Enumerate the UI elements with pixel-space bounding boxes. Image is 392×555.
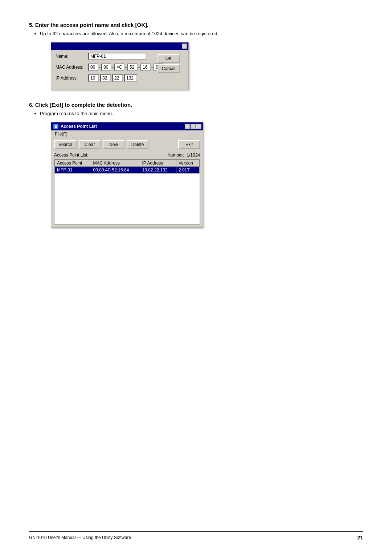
cell-version: 2.01T bbox=[176, 167, 199, 174]
mac-octet-5[interactable] bbox=[140, 64, 151, 71]
cancel-button[interactable]: Cancel bbox=[158, 64, 180, 73]
ap-window-title: Access Point List bbox=[61, 124, 97, 129]
ap-close-btn[interactable]: × bbox=[196, 124, 201, 129]
page-footer: GN-1010 User's Manual — Using the Utilit… bbox=[29, 531, 363, 540]
ap-menubar: File(F) bbox=[51, 130, 203, 138]
mac-octet-1[interactable] bbox=[88, 64, 98, 71]
ap-number-info: Number: 1/1024 bbox=[167, 153, 200, 158]
ip-octet-1[interactable] bbox=[88, 74, 99, 82]
mac-inputs: - - - - - bbox=[88, 64, 164, 71]
table-row[interactable]: MFP-01 00:80:4C:52:16:84 10.82.22.132 2.… bbox=[55, 167, 200, 174]
ap-table-container: Access Point MAC Address IP Address Vers… bbox=[54, 159, 200, 224]
new-button[interactable]: New bbox=[103, 140, 124, 149]
dialog-box: × OK Cancel Name: MAC Address: - - bbox=[51, 42, 189, 90]
exit-button[interactable]: Exit bbox=[178, 140, 200, 149]
cell-mac-address: 00:80:4C:52:16:84 bbox=[91, 167, 140, 174]
clear-button[interactable]: Clear bbox=[79, 140, 101, 149]
dialog-close-btn[interactable]: × bbox=[182, 44, 187, 49]
search-button[interactable]: Search bbox=[54, 140, 77, 149]
ok-button[interactable]: OK bbox=[158, 54, 180, 63]
col-ip-address: IP Address bbox=[140, 160, 176, 167]
ip-octet-2[interactable] bbox=[100, 74, 111, 82]
ap-table-body: MFP-01 00:80:4C:52:16:84 10.82.22.132 2.… bbox=[55, 167, 200, 174]
ap-content: Access Point List: Number: 1/1024 Access… bbox=[51, 151, 203, 227]
delete-button[interactable]: Delete bbox=[127, 140, 148, 149]
ip-octet-4[interactable] bbox=[124, 74, 137, 82]
ip-octet-3[interactable] bbox=[112, 74, 123, 82]
step6-bullet: Program returns to the main menu. bbox=[40, 111, 363, 116]
mac-label: MAC Address: bbox=[56, 65, 88, 70]
step6-heading: 6. Click [Exit] to complete the detectio… bbox=[29, 102, 363, 108]
ap-info-row: Access Point List: Number: 1/1024 bbox=[54, 153, 200, 158]
ap-minimize-btn[interactable]: − bbox=[185, 124, 190, 129]
name-label: Name: bbox=[56, 54, 88, 59]
ap-titlebar-controls: − □ × bbox=[185, 124, 203, 129]
ap-toolbar: Search Clear New Delete Exit bbox=[51, 138, 203, 151]
mac-octet-3[interactable] bbox=[114, 64, 124, 71]
footer-text: GN-1010 User's Manual — Using the Utilit… bbox=[29, 535, 131, 540]
dialog-titlebar: × bbox=[51, 42, 188, 50]
ap-titlebar: 🖥 Access Point List − □ × bbox=[51, 122, 203, 130]
ap-table: Access Point MAC Address IP Address Vers… bbox=[54, 159, 200, 174]
ap-menu-file[interactable]: File(F) bbox=[53, 131, 69, 137]
ap-window-icon: 🖥 bbox=[53, 124, 58, 129]
cell-ip-address: 10.82.22.132 bbox=[140, 167, 176, 174]
ap-list-label: Access Point List: bbox=[54, 153, 89, 158]
ip-label: IP Address: bbox=[56, 76, 88, 81]
mac-octet-4[interactable] bbox=[127, 64, 138, 71]
dialog-buttons: OK Cancel bbox=[158, 54, 180, 73]
ip-row: IP Address: bbox=[56, 74, 184, 82]
ap-table-header: Access Point MAC Address IP Address Vers… bbox=[55, 160, 200, 167]
cell-access-point: MFP-01 bbox=[55, 167, 91, 174]
step5-bullet: Up to 32 characters are allowed. Also, a… bbox=[40, 31, 363, 36]
col-mac-address: MAC Address bbox=[91, 160, 140, 167]
ip-inputs bbox=[88, 74, 137, 82]
mac-octet-2[interactable] bbox=[101, 64, 111, 71]
col-version: Version bbox=[176, 160, 199, 167]
ap-window: 🖥 Access Point List − □ × File(F) Search… bbox=[51, 122, 203, 228]
name-input[interactable] bbox=[88, 53, 146, 60]
ap-restore-btn[interactable]: □ bbox=[191, 124, 196, 129]
col-access-point: Access Point bbox=[55, 160, 91, 167]
step5-heading: 5. Enter the access point name and click… bbox=[29, 22, 363, 28]
page-number: 21 bbox=[357, 535, 363, 540]
